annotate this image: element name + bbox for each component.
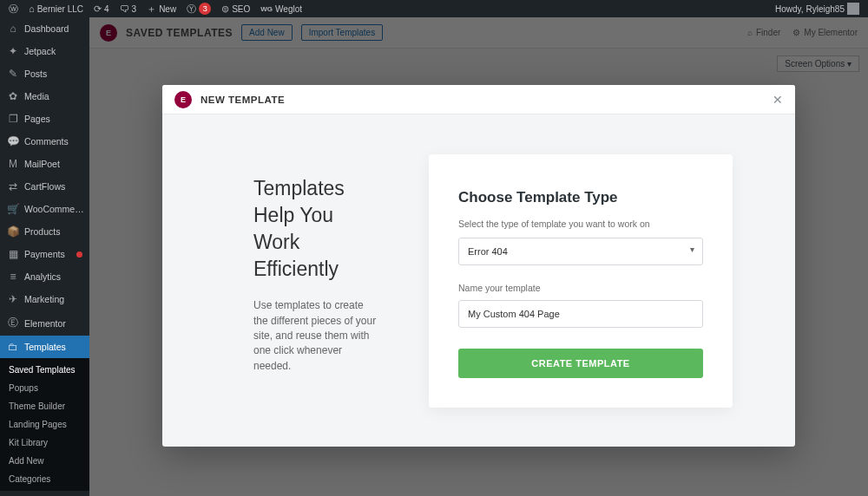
sidebar-item-cartflows[interactable]: ⇄CartFlows [0,175,89,198]
elementor-logo-icon: E [174,91,192,108]
template-type-select[interactable]: Error 404 [458,238,703,265]
updates-link[interactable]: ⟳4 [89,0,115,17]
sidebar-item-label: Marketing [24,294,64,304]
notification-badge [76,251,82,258]
comments-icon: 💬 [7,135,19,147]
template-name-label: Name your template [458,283,703,293]
submenu-item-theme-builder[interactable]: Theme Builder [0,397,89,415]
wordpress-icon: ⓦ [9,3,18,16]
sidebar-item-label: Templates [24,342,66,352]
modal-form-panel: Choose Template Type Select the type of … [429,114,795,447]
site-name-link[interactable]: ⌂Bernier LLC [23,0,89,17]
main-content: E SAVED TEMPLATES Add New Import Templat… [89,17,868,496]
admin-sidebar: ⌂Dashboard✦Jetpack✎Posts✿Media❐Pages💬Com… [0,17,89,496]
modal-body: Templates Help You Work Efficiently Use … [162,114,795,447]
analytics-icon: ≡ [7,271,19,283]
modal-header: E NEW TEMPLATE ✕ [162,85,795,114]
mailpoet-icon: M [7,158,19,170]
sidebar-item-label: Payments [24,249,65,259]
modal-info-panel: Templates Help You Work Efficiently Use … [162,114,429,447]
weglot-icon: WG [260,5,273,13]
sidebar-item-pages[interactable]: ❐Pages [0,108,89,130]
sidebar-item-label: Posts [24,69,47,79]
plus-icon: ＋ [147,3,156,16]
form-title: Choose Template Type [458,189,703,206]
comments-link[interactable]: 🗨3 [115,0,142,17]
sidebar-item-dashboard[interactable]: ⌂Dashboard [0,17,89,40]
sidebar-item-analytics[interactable]: ≡Analytics [0,265,89,288]
close-icon[interactable]: ✕ [773,93,783,107]
sidebar-item-media[interactable]: ✿Media [0,85,89,108]
products-icon: 📦 [7,225,19,238]
yoast-icon: Ⓨ [187,3,196,16]
submenu-item-popups[interactable]: Popups [0,379,89,397]
sidebar-item-posts[interactable]: ✎Posts [0,62,89,85]
jetpack-icon: ✦ [7,45,19,57]
sidebar-item-payments[interactable]: ▦Payments [0,243,89,265]
sidebar-item-products[interactable]: 📦Products [0,220,89,243]
submenu-item-saved-templates[interactable]: Saved Templates [0,361,89,379]
yoast-link[interactable]: Ⓨ3 [181,0,216,17]
seo-link[interactable]: ⊜SEO [216,0,255,17]
elementor-icon: Ⓔ [7,316,19,330]
comment-icon: 🗨 [120,3,129,14]
marketing-icon: ✈ [7,293,19,305]
sidebar-item-label: Products [24,226,60,237]
admin-bar-right: Howdy, Ryleigh85 [770,0,865,17]
modal-heading: Templates Help You Work Efficiently [253,175,377,283]
admin-bar: ⓦ ⌂Bernier LLC ⟳4 🗨3 ＋New Ⓨ3 ⊜SEO WGWegl… [0,0,868,17]
template-form: Choose Template Type Select the type of … [429,154,733,408]
refresh-icon: ⟳ [94,3,102,15]
avatar [847,3,859,15]
submenu-item-add-new[interactable]: Add New [0,452,89,470]
payments-icon: ▦ [7,248,19,260]
sidebar-item-elementor[interactable]: ⒺElementor [0,310,89,336]
sidebar-item-label: Dashboard [24,23,69,34]
sidebar-item-templates[interactable]: 🗀Templates [0,336,89,358]
sidebar-item-label: Media [24,91,49,101]
weglot-label: Weglot [275,4,302,14]
home-icon: ⌂ [29,3,35,14]
new-label: New [159,4,176,14]
submenu-item-landing-pages[interactable]: Landing Pages [0,415,89,434]
sidebar-item-mailpoet[interactable]: MMailPoet [0,153,89,175]
new-link[interactable]: ＋New [141,0,181,17]
sidebar-item-woocomme-[interactable]: 🛒WooComme… [0,198,89,220]
sidebar-item-label: Pages [24,114,50,124]
template-name-input[interactable] [458,300,703,328]
sidebar-item-marketing[interactable]: ✈Marketing [0,288,89,310]
sidebar-item-label: MailPoet [24,159,60,169]
create-template-button[interactable]: CREATE TEMPLATE [458,349,703,378]
sidebar-item-label: CartFlows [24,181,65,192]
seo-icon: ⊜ [221,3,229,15]
howdy-link[interactable]: Howdy, Ryleigh85 [770,0,865,17]
modal-description: Use templates to create the different pi… [253,298,377,374]
modal-title: NEW TEMPLATE [201,95,285,105]
sidebar-item-comments[interactable]: 💬Comments [0,130,89,153]
weglot-link[interactable]: WGWeglot [255,0,307,17]
pages-icon: ❐ [7,113,19,125]
submenu-item-categories[interactable]: Categories [0,470,89,488]
posts-icon: ✎ [7,68,19,80]
admin-bar-left: ⓦ ⌂Bernier LLC ⟳4 🗨3 ＋New Ⓨ3 ⊜SEO WGWegl… [3,0,307,17]
user-name: Ryleigh85 [806,4,845,14]
howdy-prefix: Howdy, [775,4,804,14]
sidebar-item-label: Elementor [24,318,66,329]
sidebar-item-label: Analytics [24,271,61,282]
templates-submenu: Saved TemplatesPopupsTheme BuilderLandin… [0,358,89,491]
woocomme--icon: 🛒 [7,203,19,215]
new-template-modal: E NEW TEMPLATE ✕ Templates Help You Work… [162,85,795,447]
seo-label: SEO [232,4,250,14]
cartflows-icon: ⇄ [7,180,19,193]
sidebar-item-jetpack[interactable]: ✦Jetpack [0,40,89,62]
wp-logo[interactable]: ⓦ [3,0,23,17]
submenu-item-kit-library[interactable]: Kit Library [0,434,89,452]
sidebar-item-label: Jetpack [24,46,56,56]
sidebar-item-label: Comments [24,136,69,147]
updates-count: 4 [104,4,109,14]
comments-count: 3 [132,4,137,14]
site-name: Bernier LLC [37,4,83,14]
template-type-label: Select the type of template you want to … [458,219,703,229]
yoast-badge: 3 [199,3,211,15]
dashboard-icon: ⌂ [7,23,19,35]
